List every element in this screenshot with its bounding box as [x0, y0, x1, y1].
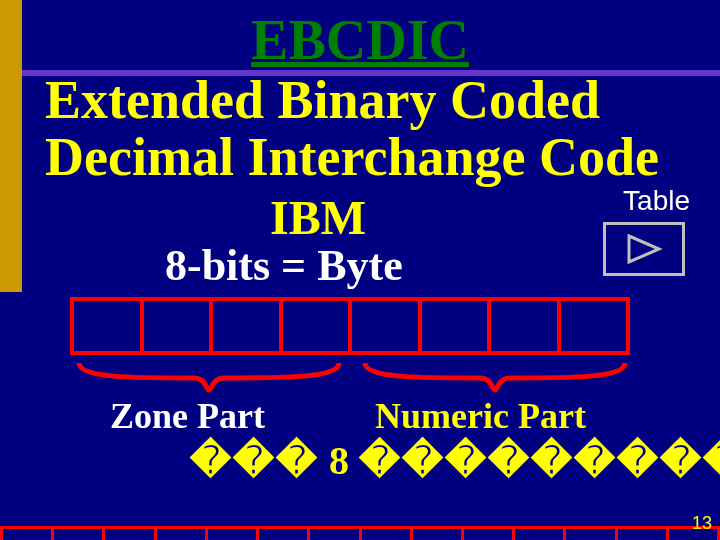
bit-cell [144, 301, 214, 351]
svg-marker-0 [629, 236, 659, 262]
edge-cell [563, 526, 614, 540]
edge-cell [359, 526, 410, 540]
bit-cell [283, 301, 353, 351]
edge-cell [461, 526, 512, 540]
slide-subtitle: Extended Binary Coded Decimal Interchang… [45, 72, 705, 185]
edge-cell [51, 526, 102, 540]
slide-title: EBCDIC [0, 8, 720, 72]
bit-cell [352, 301, 422, 351]
edge-cell [512, 526, 563, 540]
edge-cell [0, 526, 51, 540]
bit-cell [561, 301, 627, 351]
edge-cell [615, 526, 666, 540]
edge-cell [154, 526, 205, 540]
bit-cell [422, 301, 492, 351]
edge-cell [102, 526, 153, 540]
edge-cell [307, 526, 358, 540]
bits-equals-byte: 8-bits = Byte [165, 240, 403, 291]
bottom-glyph-left: ��� [190, 438, 319, 482]
vendor-label: IBM [270, 190, 366, 245]
bottom-glyph-row: ��� 8 ��������� [190, 437, 720, 484]
bottom-eight: 8 [319, 438, 359, 483]
zone-part-label: Zone Part [110, 395, 265, 437]
edge-cell [410, 526, 461, 540]
table-play-button[interactable] [603, 222, 685, 276]
numeric-part-label: Numeric Part [375, 395, 586, 437]
bottom-edge-boxes [0, 526, 720, 540]
bit-cell [213, 301, 283, 351]
edge-cell [205, 526, 256, 540]
byte-bit-row [70, 297, 630, 355]
table-caption: Table [623, 185, 690, 217]
bit-cell [491, 301, 561, 351]
edge-cell [256, 526, 307, 540]
page-number: 13 [692, 513, 712, 534]
play-icon [625, 234, 663, 264]
zone-brace [74, 358, 344, 394]
numeric-brace [360, 358, 630, 394]
bit-cell [74, 301, 144, 351]
bottom-glyph-right: ��������� [359, 438, 720, 482]
